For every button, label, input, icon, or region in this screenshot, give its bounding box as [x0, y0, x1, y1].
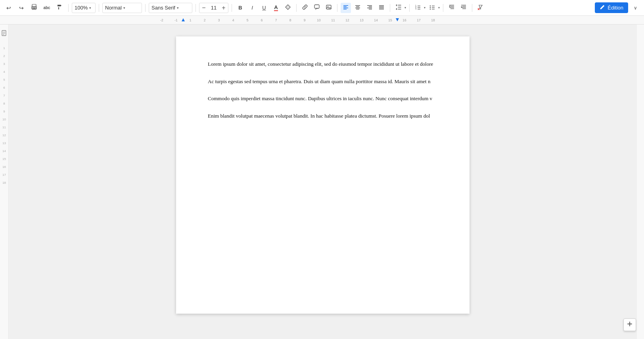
align-left-button[interactable]: [341, 3, 351, 13]
svg-rect-4: [33, 9, 35, 9]
align-justify-icon: [378, 4, 385, 11]
document-outline-icon[interactable]: [1, 30, 8, 37]
comment-button[interactable]: [312, 3, 322, 13]
sep9: [409, 4, 410, 12]
image-button[interactable]: [324, 3, 334, 13]
svg-point-33: [430, 6, 431, 7]
zoom-dropdown[interactable]: 100% ▾: [72, 3, 96, 13]
italic-icon: I: [251, 5, 253, 11]
sep11: [472, 4, 472, 12]
line-spacing-arrow: ▾: [404, 6, 406, 10]
document-area[interactable]: Lorem ipsum dolor sit amet, consectetur …: [9, 25, 637, 339]
bold-button[interactable]: B: [235, 3, 245, 13]
sidebar-number-13: 13: [0, 138, 8, 146]
sep7: [337, 4, 337, 12]
highlight-button[interactable]: [283, 3, 293, 13]
edition-pencil-icon: [600, 4, 605, 11]
undo-button[interactable]: ↩: [3, 2, 14, 13]
align-justify-button[interactable]: [376, 3, 387, 13]
sep10: [443, 4, 443, 12]
spellcheck-icon: abc: [43, 6, 50, 10]
paragraph-2[interactable]: Ac turpis egestas sed tempus urna et pha…: [208, 78, 438, 86]
indent-button[interactable]: [458, 3, 469, 13]
font-size-area: − +: [199, 3, 228, 13]
sidebar-number-6: 6: [0, 82, 8, 90]
right-panel: [637, 25, 644, 339]
sidebar-number-2: 2: [0, 51, 8, 59]
sidebar-number-12: 12: [0, 130, 8, 138]
align-right-button[interactable]: [364, 3, 375, 13]
main-area: 1 2 3 4 5 6 7 8 9 10 11 12 13 14 15 16 1…: [0, 25, 644, 339]
sidebar-number-9: 9: [0, 106, 8, 114]
numbered-list-arrow: ▾: [424, 6, 426, 10]
sidebar-number-17: 17: [0, 170, 8, 177]
paragraph-3[interactable]: Commodo quis imperdiet massa tincidunt n…: [208, 95, 438, 103]
sep8: [390, 4, 390, 12]
align-center-button[interactable]: [353, 3, 363, 13]
align-right-icon: [366, 4, 373, 11]
font-dropdown[interactable]: Sans Serif ▾: [149, 3, 192, 13]
link-button[interactable]: [300, 3, 310, 13]
text-color-button[interactable]: A: [271, 3, 281, 13]
font-arrow-icon: ▾: [177, 6, 179, 10]
bullet-list-button[interactable]: [427, 3, 437, 13]
edition-label: Édition: [608, 5, 623, 11]
sidebar-number-14: 14: [0, 146, 8, 154]
bullet-list-arrow: ▾: [438, 6, 440, 10]
format-options-icon: [477, 4, 484, 11]
align-center-icon: [355, 4, 361, 11]
font-size-increase-button[interactable]: +: [219, 3, 228, 13]
underline-icon: U: [262, 5, 266, 11]
sep2: [99, 4, 99, 12]
paragraph-1[interactable]: Lorem ipsum dolor sit amet, consectetur …: [208, 60, 438, 68]
link-icon: [302, 4, 308, 11]
underline-button[interactable]: U: [259, 3, 269, 13]
svg-rect-9: [326, 5, 331, 9]
outdent-button[interactable]: [447, 3, 457, 13]
format-options-button[interactable]: [475, 3, 486, 13]
font-size-decrease-button[interactable]: −: [199, 3, 208, 13]
print-button[interactable]: [29, 2, 40, 13]
sidebar-number-11: 11: [0, 122, 8, 130]
line-spacing-icon: [395, 4, 402, 11]
sidebar-number-7: 7: [0, 90, 8, 98]
paragraph-4[interactable]: Enim blandit volutpat maecenas volutpat …: [208, 112, 438, 120]
style-dropdown[interactable]: Normal ▾: [102, 3, 142, 13]
expand-button[interactable]: ∨: [630, 2, 641, 13]
sidebar-number-16: 16: [0, 162, 8, 170]
comment-icon: [314, 4, 320, 11]
undo-icon: ↩: [6, 5, 11, 11]
expand-icon: ∨: [634, 5, 637, 11]
numbered-list-icon: 1. 2. 3.: [415, 4, 421, 11]
print-icon: [31, 4, 37, 11]
highlight-icon: [285, 4, 291, 11]
zoom-value: 100%: [75, 5, 88, 11]
line-spacing-button[interactable]: [393, 3, 404, 13]
font-label: Sans Serif: [151, 5, 175, 11]
svg-rect-8: [314, 5, 319, 8]
paint-format-button[interactable]: [54, 2, 65, 13]
edition-button[interactable]: Édition: [595, 2, 628, 13]
ruler: -2 -1 1 2 3 4 5 6 7 8 9 10 11 12: [0, 16, 644, 25]
spellcheck-button[interactable]: abc: [41, 2, 52, 13]
toolbar: ↩ ↪ abc 100% ▾: [0, 0, 644, 16]
numbered-list-button[interactable]: 1. 2. 3.: [413, 3, 423, 13]
sep5: [232, 4, 232, 12]
left-sidebar: 1 2 3 4 5 6 7 8 9 10 11 12 13 14 15 16 1…: [0, 25, 9, 339]
sidebar-number-5: 5: [0, 74, 8, 82]
sep6: [296, 4, 297, 12]
font-size-input[interactable]: [208, 5, 219, 11]
bullet-list-icon: [429, 4, 435, 11]
sep3: [145, 4, 146, 12]
sidebar-number-4: 4: [0, 67, 8, 74]
redo-button[interactable]: ↪: [16, 2, 27, 13]
document-page[interactable]: Lorem ipsum dolor sit amet, consectetur …: [176, 36, 470, 314]
svg-point-34: [430, 7, 431, 8]
redo-icon: ↪: [19, 5, 24, 11]
floating-action-button[interactable]: [623, 318, 636, 331]
tab-stop-marker: [181, 18, 185, 22]
svg-rect-5: [58, 7, 59, 10]
italic-button[interactable]: I: [247, 3, 257, 13]
indent-icon: [460, 4, 467, 11]
style-arrow-icon: ▾: [123, 6, 125, 10]
